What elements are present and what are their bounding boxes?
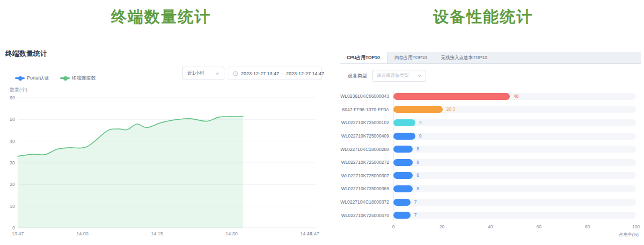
bar-chart-x-axis-label: 占用率(%) [619, 232, 639, 237]
bar [393, 106, 443, 113]
svg-text:60: 60 [10, 95, 15, 100]
bar-label: WL022710K725000470 [340, 213, 389, 218]
svg-text:14:47: 14:47 [307, 231, 319, 236]
dashboard: 终端数量统计 终端数量统计 近1小时 2023-12-27 13:47 - 20… [0, 0, 644, 245]
bar [393, 93, 510, 100]
bar-value: 8 [416, 172, 419, 178]
bar-row: WL022710K7250004099 [340, 129, 641, 143]
top10-tabs: CPU占用TOP10 内存占用TOP10 无线接入点速率TOP10 [340, 52, 641, 64]
bar-track: 9 [393, 119, 636, 126]
bar-label: WL022710K725000102 [340, 120, 389, 125]
legend-marker-blue [15, 77, 25, 79]
time-range-value: 近1小时 [187, 70, 204, 77]
bar [393, 212, 411, 219]
bar-label: WL022710K725000369 [340, 186, 389, 191]
bar-value: 9 [419, 133, 422, 139]
bar-label: WL022710K725000409 [340, 133, 389, 139]
bar-row: WL022710K7250001029 [340, 116, 641, 129]
date-range-picker[interactable]: 2023-12-27 13:47 - 2023-12-27 14:47 [229, 67, 322, 80]
chevron-down-icon [215, 71, 219, 76]
device-performance-title: 设备性能统计 [322, 6, 644, 28]
bar-row: WL022710K7250003078 [340, 169, 641, 183]
svg-text:13:47: 13:47 [12, 231, 24, 236]
device-type-filter: 设备类型 请选择设备类型 [348, 70, 426, 82]
bar-track: 7 [393, 199, 636, 206]
x-axis-tick: 100 [632, 224, 640, 229]
bar-label: WL022710KC18000372 [340, 199, 389, 205]
bar-row: WL022710KC180003727 [340, 196, 641, 209]
legend-label: 终端连接数 [72, 75, 96, 82]
bar [393, 146, 413, 153]
bar-value: 7 [414, 199, 417, 205]
bar-row: WL022710K7250004707 [340, 208, 641, 222]
x-axis-tick: 0 [392, 224, 395, 229]
x-axis-tick: 80 [585, 224, 590, 229]
bar-value: 8 [416, 146, 419, 152]
bar-track: 8 [393, 185, 636, 192]
svg-text:10: 10 [10, 204, 15, 209]
bar-chart-x-axis: 020406080100 [393, 224, 636, 230]
svg-text:0: 0 [12, 225, 15, 230]
bar-label: WL022710K725000307 [340, 173, 389, 178]
bar-row: 6047-FF96-1070-EF0A20.3 [340, 103, 641, 117]
time-range-select[interactable]: 近1小时 [182, 67, 224, 80]
x-axis-tick: 20 [440, 224, 444, 229]
tab-memory-top10[interactable]: 内存占用TOP10 [387, 52, 434, 63]
chevron-down-icon [418, 74, 422, 78]
device-type-select[interactable]: 请选择设备类型 [372, 70, 426, 82]
bar-track: 48 [393, 93, 636, 100]
bar [393, 159, 413, 166]
bar [393, 185, 413, 192]
date-start[interactable]: 2023-12-27 13:47 [241, 71, 279, 76]
legend-item-portal[interactable]: Portal认证 [15, 75, 49, 82]
svg-text:数量(个): 数量(个) [10, 87, 27, 92]
bar-value: 7 [414, 212, 417, 218]
bar-track: 20.3 [393, 106, 636, 113]
clock-icon [233, 71, 238, 76]
terminal-count-chart: 0102030405060数量(个)13:4714:0014:1514:3014… [0, 85, 322, 242]
terminal-panel-header: 终端数量统计 [5, 49, 47, 59]
legend-marker-green [60, 77, 70, 79]
bar-track: 8 [393, 159, 636, 166]
bar-value: 20.3 [447, 106, 456, 112]
bar-value: 9 [419, 120, 422, 125]
x-axis-tick: 60 [536, 224, 541, 229]
svg-text:30: 30 [10, 160, 15, 165]
bar-row: WL022710K7250003698 [340, 182, 641, 196]
bar-track: 8 [393, 146, 636, 153]
bar-value: 48 [514, 93, 518, 99]
date-separator: - [282, 71, 283, 76]
svg-text:20: 20 [10, 182, 15, 187]
tab-ap-rate-top10[interactable]: 无线接入点速率TOP10 [434, 52, 494, 63]
bar-label: WL022710K725000272 [340, 160, 389, 165]
svg-text:14:30: 14:30 [225, 231, 238, 236]
bar-row: WL023610KC0600004348 [340, 90, 641, 103]
device-type-label: 设备类型 [348, 73, 367, 80]
legend-label: Portal认证 [27, 75, 49, 82]
bar-track: 8 [393, 172, 636, 179]
date-end[interactable]: 2023-12-27 14:47 [286, 71, 324, 76]
bar-label: WL023610KC06000043 [340, 93, 389, 99]
svg-text:14:00: 14:00 [76, 231, 89, 236]
bar-value: 8 [416, 186, 419, 191]
cpu-top10-bar-chart: WL023610KC06000043486047-FF96-1070-EF0A2… [340, 90, 641, 222]
terminal-count-title: 终端数量统计 [0, 6, 322, 28]
svg-text:40: 40 [10, 139, 15, 144]
bar [393, 133, 415, 140]
svg-text:14:15: 14:15 [151, 231, 163, 236]
bar [393, 119, 415, 126]
tab-cpu-top10[interactable]: CPU占用TOP10 [340, 52, 387, 63]
bar-label: WL022710KC18000280 [340, 147, 389, 152]
bar-value: 8 [416, 160, 419, 165]
bar-row: WL022710KC180002808 [340, 142, 641, 156]
bar-row: WL022710K7250002728 [340, 156, 641, 169]
chart-legend: Portal认证 终端连接数 [15, 75, 96, 82]
bar [393, 172, 413, 179]
device-type-placeholder: 请选择设备类型 [377, 73, 409, 79]
legend-item-terminal[interactable]: 终端连接数 [60, 75, 96, 82]
bar-track: 7 [393, 212, 636, 219]
x-axis-tick: 40 [488, 224, 493, 229]
svg-text:50: 50 [10, 117, 15, 122]
bar [393, 199, 411, 206]
bar-label: 6047-FF96-1070-EF0A [340, 107, 389, 112]
